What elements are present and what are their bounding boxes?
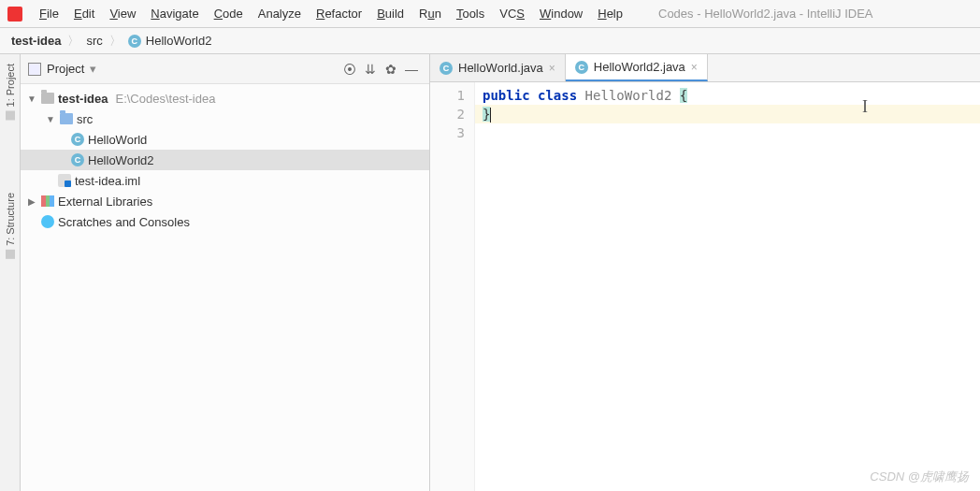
chevron-right-icon: 〉 — [109, 33, 122, 50]
expand-icon[interactable]: ▼ — [26, 94, 37, 104]
tree-iml-file[interactable]: test-idea.iml — [21, 170, 429, 191]
tree-label: Scratches and Consoles — [58, 215, 190, 229]
main-area: 1: Project 7: Structure Project ▾ ⦿ ⇊ ✿ … — [0, 54, 980, 491]
select-opened-file-icon[interactable]: ⦿ — [339, 59, 360, 79]
line-gutter: 1 2 3 — [430, 82, 475, 491]
structure-tool-icon — [6, 250, 15, 259]
nav-bar: test-idea 〉 src 〉 C HelloWorld2 — [0, 28, 980, 54]
tree-label: src — [77, 112, 93, 126]
menu-vcs[interactable]: VCS — [492, 7, 532, 21]
gear-icon[interactable]: ✿ — [381, 59, 401, 79]
tree-label: test-idea.iml — [75, 174, 140, 188]
scratches-icon — [41, 215, 54, 228]
java-class-icon: C — [440, 62, 453, 75]
window-title: Codes - HelloWorld2.java - IntelliJ IDEA — [658, 7, 873, 21]
text-cursor-icon: I — [862, 97, 868, 117]
breadcrumb-src[interactable]: src — [86, 34, 102, 48]
tab-label: HelloWorld2.java — [594, 60, 685, 74]
project-view-icon — [28, 63, 41, 76]
project-tool-icon — [6, 110, 15, 120]
menu-tools[interactable]: Tools — [449, 7, 492, 21]
menu-view[interactable]: View — [102, 7, 143, 21]
menu-refactor[interactable]: Refactor — [309, 7, 369, 21]
menu-edit[interactable]: Edit — [66, 7, 102, 21]
editor-tabs: C HelloWorld.java × C HelloWorld2.java × — [430, 54, 980, 82]
sidebar-title[interactable]: Project ▾ — [28, 62, 96, 76]
tree-path: E:\Codes\test-idea — [115, 92, 215, 106]
tab-label: HelloWorld.java — [458, 61, 543, 75]
sidebar-header: Project ▾ ⦿ ⇊ ✿ — — [21, 54, 429, 84]
java-class-icon: C — [128, 35, 141, 48]
tool-tab-structure[interactable]: 7: Structure — [3, 189, 18, 263]
project-tree: ▼ test-idea E:\Codes\test-idea ▼ src C H… — [21, 84, 429, 236]
module-icon — [41, 93, 54, 104]
tree-label: test-idea — [58, 92, 108, 106]
close-icon[interactable]: × — [549, 62, 555, 75]
chevron-right-icon: 〉 — [67, 33, 79, 50]
code-content[interactable]: public class HelloWorld2 { } I — [475, 82, 980, 491]
tab-helloworld[interactable]: C HelloWorld.java × — [430, 54, 566, 81]
tree-class-helloworld2[interactable]: C HelloWorld2 — [21, 150, 429, 170]
folder-icon — [60, 113, 73, 124]
menu-run[interactable]: Run — [411, 7, 449, 21]
breadcrumb[interactable]: test-idea 〉 src 〉 C HelloWorld2 — [7, 33, 215, 50]
expand-icon[interactable]: ▶ — [26, 196, 37, 207]
tree-label: HelloWorld — [88, 133, 147, 147]
menu-bar: File Edit View Navigate Code Analyze Ref… — [0, 0, 980, 28]
dropdown-icon: ▾ — [90, 62, 96, 76]
line-number: 1 — [430, 86, 465, 105]
java-class-icon: C — [575, 61, 588, 74]
menu-window[interactable]: Window — [532, 7, 590, 21]
collapse-all-icon[interactable]: ⇊ — [360, 59, 381, 79]
line-number: 2 — [430, 105, 465, 123]
editor-area: C HelloWorld.java × C HelloWorld2.java ×… — [430, 54, 980, 491]
line-number: 3 — [430, 123, 465, 142]
tab-helloworld2[interactable]: C HelloWorld2.java × — [566, 54, 708, 81]
menu-help[interactable]: Help — [590, 7, 630, 21]
breadcrumb-root[interactable]: test-idea — [11, 34, 61, 48]
project-sidebar: Project ▾ ⦿ ⇊ ✿ — ▼ test-idea E:\Codes\t… — [21, 54, 430, 491]
watermark: CSDN @虎啸鹰扬 — [870, 469, 969, 485]
java-class-icon: C — [71, 153, 84, 166]
left-tool-tabs: 1: Project 7: Structure — [0, 54, 21, 491]
tree-label: HelloWorld2 — [88, 153, 154, 167]
tree-src-folder[interactable]: ▼ src — [21, 108, 429, 129]
tree-external-libraries[interactable]: ▶ External Libraries — [21, 191, 429, 211]
menu-code[interactable]: Code — [207, 7, 251, 21]
code-editor[interactable]: 1 2 3 public class HelloWorld2 { } I — [430, 82, 980, 491]
libraries-icon — [41, 195, 54, 207]
menu-build[interactable]: Build — [369, 7, 411, 21]
tree-project-root[interactable]: ▼ test-idea E:\Codes\test-idea — [21, 88, 429, 108]
text-caret — [490, 108, 491, 123]
app-icon — [7, 7, 22, 22]
tree-scratches[interactable]: Scratches and Consoles — [21, 211, 429, 232]
menu-analyze[interactable]: Analyze — [251, 7, 309, 21]
menu-navigate[interactable]: Navigate — [143, 7, 206, 21]
tool-tab-project[interactable]: 1: Project — [3, 60, 18, 123]
iml-file-icon — [58, 174, 71, 187]
java-class-icon: C — [71, 133, 84, 146]
expand-icon[interactable]: ▼ — [45, 114, 56, 124]
close-icon[interactable]: × — [691, 61, 698, 74]
breadcrumb-leaf[interactable]: HelloWorld2 — [146, 34, 212, 48]
tree-label: External Libraries — [58, 195, 152, 209]
hide-icon[interactable]: — — [401, 59, 422, 79]
menu-file[interactable]: File — [32, 7, 66, 21]
tree-class-helloworld[interactable]: C HelloWorld — [21, 129, 429, 150]
